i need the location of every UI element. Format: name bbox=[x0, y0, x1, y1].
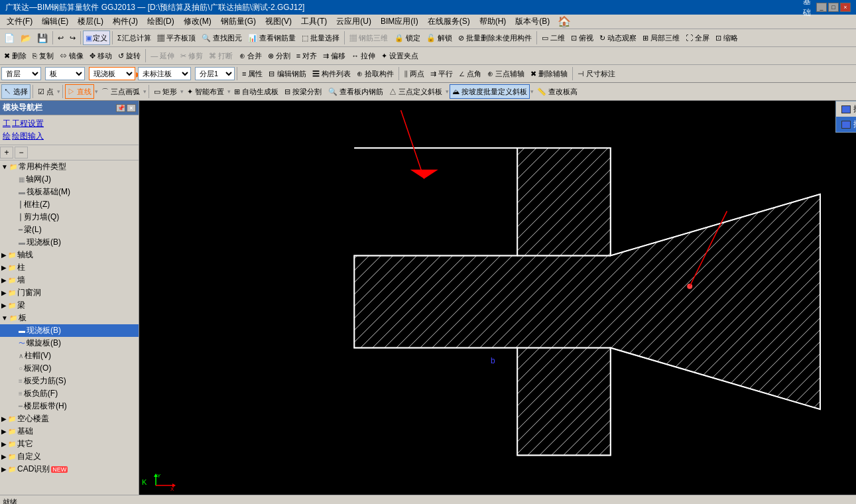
btn-offset[interactable]: ⇉ 偏移 bbox=[320, 48, 348, 63]
menu-version[interactable]: 版本号(B) bbox=[511, 15, 554, 29]
menu-rebar[interactable]: 钢筋量(G) bbox=[217, 15, 260, 29]
btn-point-angle[interactable]: ∠ 点角 bbox=[456, 66, 484, 81]
btn-three-axis[interactable]: ⊕ 三点辅轴 bbox=[485, 66, 527, 81]
tree-other[interactable]: ▶ 📁 其它 bbox=[0, 438, 139, 450]
btn-align[interactable]: ≡ 对齐 bbox=[294, 48, 320, 63]
btn-2d[interactable]: ▭ 二维 bbox=[539, 31, 568, 45]
btn-merge[interactable]: ⊕ 合并 bbox=[237, 48, 265, 63]
tree-slab-group[interactable]: ▼ 📁 板 bbox=[0, 312, 139, 324]
btn-view-inner[interactable]: 🔍 查看板内钢筋 bbox=[326, 84, 386, 99]
btn-top-view[interactable]: ⊡ 俯视 bbox=[568, 31, 596, 45]
btn-save[interactable]: 💾 bbox=[34, 31, 50, 45]
btn-comp-list[interactable]: ☰ 构件列表 bbox=[310, 66, 353, 81]
floor-select[interactable]: 首层 bbox=[1, 67, 41, 80]
tree-raft[interactable]: ▬ 筏板基础(M) bbox=[0, 186, 139, 198]
canvas-area[interactable]: 按标高批量定义斜板 按坡度批量定义斜板 K Y X bbox=[139, 101, 856, 495]
btn-lock[interactable]: 🔒 锁定 bbox=[392, 31, 423, 45]
btn-select[interactable]: ↖ 选择 bbox=[1, 84, 31, 99]
btn-batch-select[interactable]: ⬚ 批量选择 bbox=[299, 31, 342, 45]
sidebar-pin[interactable]: 📌 bbox=[116, 104, 125, 112]
tree-neg-rebar[interactable]: ≡ 板负筋(F) bbox=[0, 387, 139, 400]
sidebar-minus-btn[interactable]: − bbox=[15, 147, 28, 158]
menu-draw[interactable]: 绘图(D) bbox=[143, 15, 178, 29]
tree-door-window[interactable]: ▶ 📁 门窗洞 bbox=[0, 286, 139, 299]
btn-3point-slope[interactable]: △ 三点定义斜板 bbox=[387, 84, 445, 99]
btn-split[interactable]: ⊗ 分割 bbox=[265, 48, 293, 63]
btn-batch-del[interactable]: ⊘ 批量删除未使用构件 bbox=[456, 31, 534, 45]
menu-online[interactable]: 在线服务(S) bbox=[424, 15, 474, 29]
menu-component[interactable]: 构件(J) bbox=[109, 15, 142, 29]
btn-find[interactable]: 🔍 查找图元 bbox=[199, 31, 245, 45]
tree-stress-rebar[interactable]: ≡ 板受力筋(S) bbox=[0, 375, 139, 387]
tree-hollow[interactable]: ▶ 📁 空心楼盖 bbox=[0, 412, 139, 425]
btn-smart[interactable]: ✦ 智能布置 bbox=[184, 84, 227, 99]
btn-calc[interactable]: Σ 汇总计算 bbox=[115, 31, 154, 45]
btn-parallel[interactable]: ⇉ 平行 bbox=[428, 66, 456, 81]
sidebar-add-btn[interactable]: + bbox=[0, 147, 13, 158]
tree-colcap[interactable]: ∧ 柱帽(V) bbox=[0, 349, 139, 362]
menu-bim[interactable]: BIM应用(I) bbox=[377, 15, 422, 29]
tree-hole[interactable]: ○ 板洞(O) bbox=[0, 362, 139, 375]
menu-height-slope[interactable]: 按标高批量定义斜板 bbox=[836, 101, 856, 117]
menu-degree-slope[interactable]: 按坡度批量定义斜板 bbox=[836, 117, 856, 132]
btn-open[interactable]: 📂 bbox=[18, 31, 34, 45]
tree-shear-wall[interactable]: ┃ 剪力墙(Q) bbox=[0, 211, 139, 223]
tree-castslab[interactable]: ▬ 现浇板(B) bbox=[0, 324, 139, 337]
tree-axis[interactable]: ▶ 📁 轴线 bbox=[0, 249, 139, 261]
btn-check-height[interactable]: 📏 查改板高 bbox=[534, 84, 580, 99]
btn-view-rebar[interactable]: 📊 查看钢筋量 bbox=[245, 31, 298, 45]
tree-foundation[interactable]: ▶ 📁 基础 bbox=[0, 425, 139, 438]
btn-trim[interactable]: ✂ 修剪 bbox=[178, 48, 206, 63]
tree-common[interactable]: ▼ 📁 常用构件类型 bbox=[0, 160, 139, 173]
btn-stretch[interactable]: ↔ 拉伸 bbox=[349, 48, 378, 63]
btn-mirror[interactable]: ⇔ 镜像 bbox=[57, 48, 86, 63]
btn-split-beam[interactable]: ⊟ 按梁分割 bbox=[282, 84, 324, 99]
maximize-button[interactable]: □ bbox=[828, 3, 839, 12]
sidebar-close[interactable]: × bbox=[127, 104, 136, 112]
btn-two-point[interactable]: ∥ 两点 bbox=[401, 66, 427, 81]
menu-file[interactable]: 文件(F) bbox=[3, 15, 36, 29]
tree-floor-band[interactable]: ━ 楼层板带(H) bbox=[0, 400, 139, 412]
btn-extend[interactable]: — 延伸 bbox=[148, 48, 177, 63]
tree-cad[interactable]: ▶ 📁 CAD识别 NEW bbox=[0, 463, 139, 475]
btn-fullscreen[interactable]: ⛶ 全屏 bbox=[683, 31, 712, 45]
btn-setgrip[interactable]: ✦ 设置夹点 bbox=[379, 48, 421, 63]
drawing-link[interactable]: 绘 绘图输入 bbox=[3, 131, 136, 142]
tree-beam2[interactable]: ▶ 📁 梁 bbox=[0, 299, 139, 312]
btn-delete[interactable]: ✖ 删除 bbox=[1, 48, 29, 63]
project-link[interactable]: 工 工程设置 bbox=[3, 118, 136, 129]
tree-wall[interactable]: ▶ 📁 墙 bbox=[0, 274, 139, 286]
btn-zoom[interactable]: ⊡ 缩略 bbox=[713, 31, 741, 45]
tree-grid[interactable]: ▦ 轴网(J) bbox=[0, 173, 139, 186]
tree-col[interactable]: ▶ 📁 柱 bbox=[0, 261, 139, 274]
btn-move[interactable]: ✥ 移动 bbox=[87, 48, 115, 63]
tree-beam[interactable]: ━ 梁(L) bbox=[0, 223, 139, 236]
view-select[interactable]: 现浇板 bbox=[89, 67, 135, 80]
tree-castslab-common[interactable]: ▬ 现浇板(B) bbox=[0, 236, 139, 249]
menu-cloud[interactable]: 云应用(U) bbox=[332, 15, 375, 29]
btn-new[interactable]: 📄 bbox=[1, 31, 17, 45]
btn-flatten[interactable]: ▦ 平齐板顶 bbox=[154, 31, 198, 45]
menu-modify[interactable]: 修改(M) bbox=[180, 15, 215, 29]
btn-break[interactable]: ⌘ 打断 bbox=[206, 48, 235, 63]
btn-local-3d[interactable]: ⊞ 局部三维 bbox=[640, 31, 682, 45]
btn-dimension[interactable]: ⊣ 尺寸标注 bbox=[575, 66, 618, 81]
menu-view[interactable]: 视图(V) bbox=[261, 15, 296, 29]
btn-batch-slope[interactable]: ⛰ 按坡度批量定义斜板 bbox=[450, 84, 530, 99]
close-button[interactable]: × bbox=[840, 3, 851, 12]
btn-rotate[interactable]: ↺ 旋转 bbox=[115, 48, 143, 63]
drawing-canvas[interactable] bbox=[139, 101, 856, 495]
btn-define[interactable]: ▣ 定义 bbox=[83, 31, 110, 45]
btn-copy[interactable]: ⎘ 复制 bbox=[30, 48, 56, 63]
layer-select[interactable]: 分层1 bbox=[195, 67, 235, 80]
btn-unlock[interactable]: 🔓 解锁 bbox=[424, 31, 455, 45]
btn-point-draw[interactable]: ☑ 点 bbox=[35, 84, 56, 99]
btn-undo[interactable]: ↩ bbox=[55, 31, 66, 45]
btn-redo[interactable]: ↪ bbox=[67, 31, 78, 45]
menu-help[interactable]: 帮助(H) bbox=[475, 15, 511, 29]
btn-pick[interactable]: ⊕ 拾取构件 bbox=[354, 66, 397, 81]
menu-floor[interactable]: 楼层(L) bbox=[74, 15, 107, 29]
tree-spiral-slab[interactable]: 〜 螺旋板(B) bbox=[0, 337, 139, 349]
tree-custom[interactable]: ▶ 📁 自定义 bbox=[0, 450, 139, 463]
tree-framecol[interactable]: ┃ 框柱(Z) bbox=[0, 198, 139, 211]
